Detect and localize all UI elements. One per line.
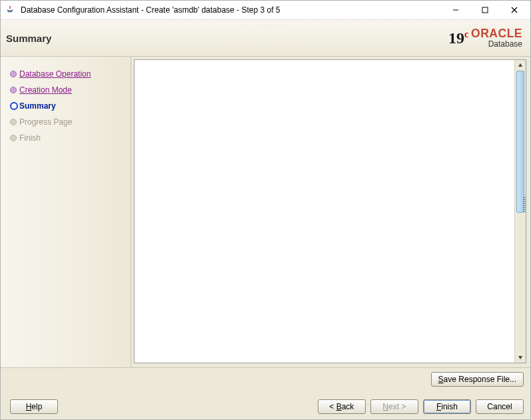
step-dot-icon bbox=[10, 119, 17, 125]
wizard-step-label: Finish bbox=[19, 133, 41, 143]
titlebar: Database Configuration Assistant - Creat… bbox=[1, 1, 530, 20]
footer: Save Response File... Help < Back Next >… bbox=[1, 367, 530, 419]
button-label-rest: elp bbox=[31, 402, 42, 411]
minimize-button[interactable] bbox=[441, 1, 470, 19]
header: Summary 19c ORACLE Database bbox=[1, 20, 530, 57]
wizard-step-progress-page: Progress Page bbox=[7, 114, 125, 130]
cancel-button[interactable]: Cancel bbox=[476, 399, 524, 414]
oracle-logo: 19c ORACLE Database bbox=[448, 28, 522, 48]
window-controls bbox=[441, 1, 530, 19]
page-title: Summary bbox=[6, 33, 448, 44]
button-label: Cancel bbox=[487, 402, 512, 411]
close-button[interactable] bbox=[500, 1, 529, 19]
logo-version: 19c bbox=[448, 29, 468, 47]
logo-version-number: 19 bbox=[448, 29, 464, 47]
window-root: Database Configuration Assistant - Creat… bbox=[0, 0, 531, 420]
wizard-step-label[interactable]: Database Operation bbox=[19, 69, 91, 79]
next-button: Next > bbox=[370, 399, 418, 414]
svg-marker-4 bbox=[518, 63, 522, 67]
save-response-file-button[interactable]: Save Response File... bbox=[431, 372, 524, 387]
step-dot-icon bbox=[10, 135, 17, 141]
summary-tree-container bbox=[134, 59, 526, 363]
scroll-up-arrow-icon[interactable] bbox=[515, 60, 526, 71]
button-label-rest: ext bbox=[388, 402, 399, 411]
help-button[interactable]: Help bbox=[10, 399, 58, 414]
wizard-step-label[interactable]: Creation Mode bbox=[19, 85, 72, 95]
svg-marker-5 bbox=[518, 356, 522, 359]
main-panel bbox=[131, 57, 530, 367]
wizard-step-label: Summary bbox=[19, 101, 56, 111]
logo-brand: ORACLE bbox=[471, 28, 522, 40]
java-coffee-icon bbox=[5, 5, 15, 15]
logo-text: ORACLE Database bbox=[471, 28, 522, 48]
wizard-step-creation-mode[interactable]: Creation Mode bbox=[7, 82, 125, 98]
wizard-step-summary[interactable]: Summary bbox=[7, 98, 125, 114]
logo-product: Database bbox=[471, 40, 522, 48]
wizard-sidebar: Database Operation Creation Mode Summary… bbox=[1, 57, 131, 367]
vertical-scrollbar[interactable] bbox=[514, 60, 526, 363]
window-title: Database Configuration Assistant - Creat… bbox=[19, 5, 441, 15]
button-label-rest: ack bbox=[342, 402, 354, 411]
step-dot-icon bbox=[10, 102, 18, 110]
back-button[interactable]: < Back bbox=[318, 399, 366, 414]
finish-button[interactable]: Finish bbox=[423, 399, 471, 414]
svg-rect-1 bbox=[482, 7, 488, 13]
wizard-step-finish: Finish bbox=[7, 130, 125, 146]
scroll-down-arrow-icon[interactable] bbox=[515, 352, 526, 363]
body: Database Operation Creation Mode Summary… bbox=[1, 57, 530, 367]
scroll-track[interactable] bbox=[515, 71, 526, 352]
scroll-grip-icon bbox=[523, 197, 526, 212]
button-label-rest: inish bbox=[441, 402, 458, 411]
button-label-rest: ave Response File... bbox=[444, 375, 516, 384]
step-dot-icon bbox=[10, 87, 17, 93]
maximize-button[interactable] bbox=[470, 1, 500, 19]
summary-tree[interactable] bbox=[135, 60, 515, 363]
wizard-step-label: Progress Page bbox=[19, 117, 72, 127]
logo-version-suffix: c bbox=[464, 29, 468, 39]
step-dot-icon bbox=[10, 71, 17, 77]
wizard-step-database-operation[interactable]: Database Operation bbox=[7, 66, 125, 82]
scroll-thumb[interactable] bbox=[516, 71, 524, 213]
